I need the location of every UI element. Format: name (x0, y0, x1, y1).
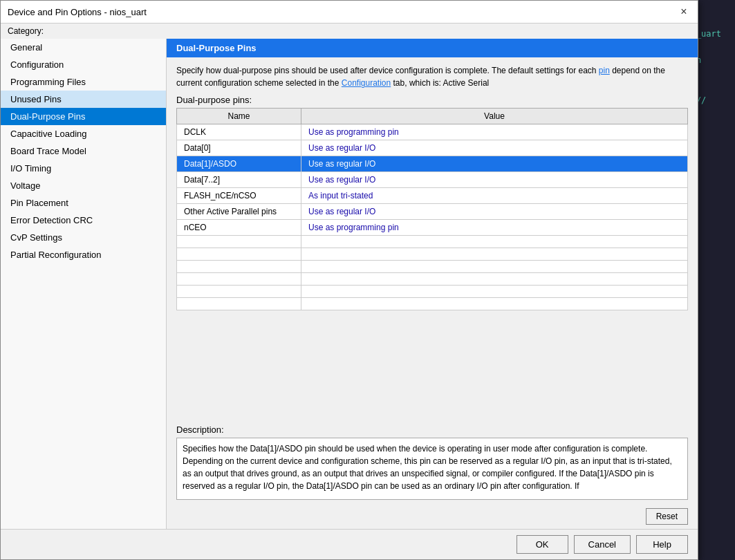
table-row[interactable]: Data[1]/ASDOUse as regular I/O (177, 156, 688, 172)
reset-area: Reset (167, 505, 698, 529)
cell-name: Other Active Parallel pins (177, 204, 301, 220)
table-empty-row (177, 273, 688, 286)
cell-value: As input tri-stated (301, 188, 688, 204)
table-empty-row (177, 298, 688, 310)
table-row[interactable]: FLASH_nCE/nCSOAs input tri-stated (177, 188, 688, 204)
section-header: Dual-Purpose Pins (167, 39, 698, 57)
cell-value: Use as regular I/O (301, 204, 688, 220)
col-header-name: Name (177, 109, 301, 124)
dialog-window: Device and Pin Options - nios_uart × Cat… (0, 0, 698, 560)
table-section: Dual-purpose pins: Name Value DCLKUse as… (176, 95, 688, 310)
bottom-description: Description: Specifies how the Data[1]/A… (167, 424, 698, 505)
sidebar-item-board-trace-model[interactable]: Board Trace Model (1, 142, 166, 160)
cell-value: Use as regular I/O (301, 156, 688, 172)
sidebar-item-partial-reconfiguration[interactable]: Partial Reconfiguration (1, 246, 166, 263)
table-empty-row (177, 261, 688, 273)
cell-name: Data[7..2] (177, 172, 301, 188)
title-bar: Device and Pin Options - nios_uart × (1, 1, 698, 24)
configuration-link[interactable]: Configuration (342, 78, 391, 88)
sidebar-item-dual-purpose-pins[interactable]: Dual-Purpose Pins (1, 108, 166, 125)
description-box[interactable]: Specifies how the Data[1]/ASDO pin shoul… (176, 438, 688, 500)
sidebar-item-io-timing[interactable]: I/O Timing (1, 160, 166, 177)
main-content: General Configuration Programming Files … (1, 39, 698, 529)
sidebar-item-voltage[interactable]: Voltage (1, 177, 166, 194)
cell-name: DCLK (177, 124, 301, 140)
cell-name: Data[0] (177, 140, 301, 156)
sidebar-item-error-detection-crc[interactable]: Error Detection CRC (1, 212, 166, 229)
reset-button[interactable]: Reset (646, 508, 688, 525)
help-button[interactable]: Help (636, 535, 688, 554)
sidebar-item-pin-placement[interactable]: Pin Placement (1, 194, 166, 212)
table-row[interactable]: Other Active Parallel pinsUse as regular… (177, 204, 688, 220)
table-row[interactable]: Data[7..2]Use as regular I/O (177, 172, 688, 188)
sidebar-item-programming-files[interactable]: Programming Files (1, 73, 166, 91)
cell-name: Data[1]/ASDO (177, 156, 301, 172)
table-row[interactable]: DCLKUse as programming pin (177, 124, 688, 140)
intro-description: Specify how dual-purpose pins should be … (176, 64, 688, 89)
dual-purpose-pins-table: Name Value DCLKUse as programming pinDat… (176, 108, 688, 310)
cell-name: FLASH_nCE/nCSO (177, 188, 301, 204)
close-button[interactable]: × (677, 5, 691, 19)
sidebar-item-configuration[interactable]: Configuration (1, 56, 166, 73)
table-label: Dual-purpose pins: (176, 95, 688, 105)
cell-name: nCEO (177, 220, 301, 236)
sidebar: General Configuration Programming Files … (1, 39, 167, 529)
sidebar-item-unused-pins[interactable]: Unused Pins (1, 91, 166, 108)
table-empty-row (177, 236, 688, 248)
table-row[interactable]: nCEOUse as programming pin (177, 220, 688, 236)
cancel-button[interactable]: Cancel (574, 535, 631, 554)
cell-value: Use as programming pin (301, 124, 688, 140)
description-label: Description: (176, 424, 688, 435)
cell-value: Use as programming pin (301, 220, 688, 236)
table-empty-row (177, 286, 688, 298)
pin-link[interactable]: pin (599, 66, 610, 75)
sidebar-item-cvp-settings[interactable]: CvP Settings (1, 229, 166, 246)
table-row[interactable]: Data[0]Use as regular I/O (177, 140, 688, 156)
description-box-text: Specifies how the Data[1]/ASDO pin shoul… (183, 442, 682, 492)
sidebar-item-capacitive-loading[interactable]: Capacitive Loading (1, 125, 166, 142)
cell-value: Use as regular I/O (301, 172, 688, 188)
col-header-value: Value (301, 109, 688, 124)
content-area: Specify how dual-purpose pins should be … (167, 57, 698, 424)
button-bar: OK Cancel Help (1, 529, 698, 559)
sidebar-item-general[interactable]: General (1, 39, 166, 56)
right-panel: Dual-Purpose Pins Specify how dual-purpo… (167, 39, 698, 529)
table-empty-row (177, 248, 688, 261)
category-label: Category: (1, 24, 698, 39)
dialog-title: Device and Pin Options - nios_uart (8, 7, 147, 17)
cell-value: Use as regular I/O (301, 140, 688, 156)
ok-button[interactable]: OK (517, 535, 568, 554)
